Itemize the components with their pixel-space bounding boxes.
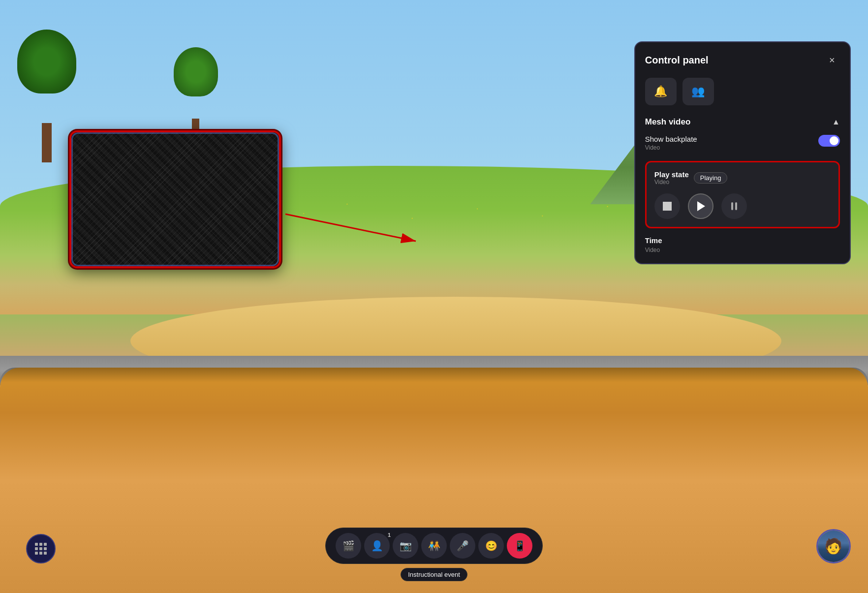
play-state-header: Play state Video Playing [654, 170, 831, 186]
play-state-sublabel: Video [654, 179, 689, 186]
people-button[interactable]: 👥 [682, 78, 714, 105]
play-state-title: Play state [654, 170, 689, 179]
stop-icon [663, 202, 672, 211]
show-backplate-label: Show backplate [645, 135, 697, 143]
notification-button[interactable]: 🔔 [645, 78, 677, 105]
play-icon [697, 201, 705, 211]
chevron-up-icon[interactable]: ▲ [832, 118, 840, 126]
section-header: Mesh video ▲ [645, 117, 840, 127]
microphone-button[interactable]: 🎤 [450, 533, 475, 559]
play-button[interactable] [688, 193, 713, 219]
icon-buttons-row: 🔔 👥 [645, 78, 840, 105]
bell-icon: 🔔 [654, 85, 667, 98]
time-sublabel: Video [645, 247, 840, 253]
video-screen[interactable] [69, 130, 281, 268]
active-button[interactable]: 📱 [507, 533, 532, 559]
mesh-video-section: Mesh video ▲ Show backplate Video Play s… [645, 117, 840, 253]
tree-right [174, 47, 218, 126]
control-panel: Control panel × 🔔 👥 Mesh video ▲ Show ba… [634, 41, 851, 264]
toolbar-bar: 🎬 👤 1 📷 🧑‍🤝‍🧑 🎤 😊 📱 [325, 528, 543, 564]
show-backplate-sublabel: Video [645, 144, 697, 151]
emotes-button[interactable]: 🧑‍🤝‍🧑 [421, 533, 447, 559]
microphone-icon: 🎤 [457, 540, 469, 552]
pause-button[interactable] [721, 193, 747, 219]
participants-icon: 👤 [371, 540, 383, 552]
show-backplate-row: Show backplate Video [645, 135, 840, 151]
time-section: Time Video [645, 236, 840, 253]
event-label: Instructional event [401, 568, 467, 581]
panel-header: Control panel × [645, 52, 840, 68]
emotes-icon: 🧑‍🤝‍🧑 [428, 540, 440, 552]
video-border-glow [71, 132, 279, 266]
play-state-section: Play state Video Playing [645, 161, 840, 228]
active-icon: 📱 [514, 540, 526, 552]
video-content [71, 132, 279, 266]
people-icon: 👥 [691, 85, 705, 98]
show-backplate-label-group: Show backplate Video [645, 135, 697, 151]
user-avatar[interactable]: 🧑 [816, 529, 851, 563]
tree-left [17, 30, 76, 133]
backplate-toggle[interactable] [818, 135, 840, 147]
emoji-button[interactable]: 😊 [478, 533, 504, 559]
scenes-button[interactable]: 🎬 [336, 533, 361, 559]
stop-button[interactable] [654, 193, 680, 219]
playing-badge: Playing [694, 172, 728, 184]
mesh-video-title: Mesh video [645, 117, 691, 127]
playback-controls [654, 193, 831, 219]
avatar-image: 🧑 [818, 531, 849, 562]
time-label: Time [645, 236, 840, 245]
camera-button[interactable]: 📷 [393, 533, 418, 559]
participants-count: 1 [388, 532, 391, 538]
emoji-icon: 😊 [485, 540, 497, 552]
close-button[interactable]: × [824, 52, 840, 68]
panel-title: Control panel [645, 55, 709, 66]
participants-button[interactable]: 👤 1 [364, 533, 390, 559]
scenes-icon: 🎬 [342, 540, 355, 552]
bottom-toolbar: 🎬 👤 1 📷 🧑‍🤝‍🧑 🎤 😊 📱 Instructional event [325, 528, 543, 581]
grid-icon [35, 543, 47, 555]
play-state-label-group: Play state Video [654, 170, 689, 186]
apps-button[interactable] [26, 534, 56, 563]
camera-icon: 📷 [400, 540, 412, 552]
pause-icon [731, 202, 737, 210]
